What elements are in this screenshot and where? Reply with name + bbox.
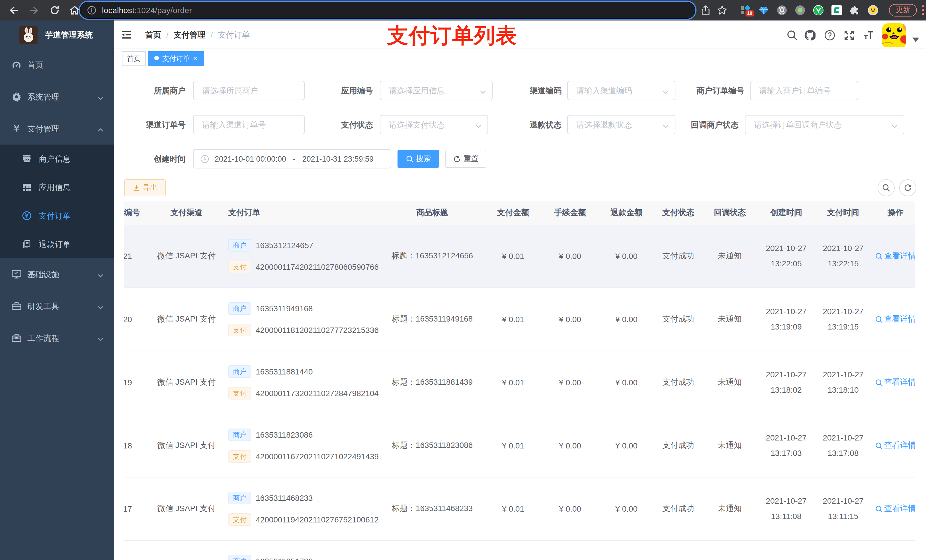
cell-channel: 微信 JSAPI 支付 [150,477,223,540]
cell-refund: ¥ 0.00 [596,225,657,287]
sidebar-item-workflow[interactable]: 工作流程 [0,322,114,354]
cell-id: 19 [124,351,150,414]
channel-order-no-input[interactable] [193,115,305,134]
shop-icon [22,154,31,163]
search-button[interactable]: 搜索 [398,150,439,168]
cell-amount: ¥ 0.01 [482,288,545,350]
col-status: 支付状态 [657,201,699,225]
view-detail-link[interactable]: 查看详情 [875,377,915,388]
col-create-time: 创建时间 [760,201,812,225]
tag-dot [154,56,159,60]
sidebar-item-home[interactable]: 首页 [0,49,114,81]
app-select[interactable] [380,81,493,100]
reset-button[interactable]: 重置 [445,150,486,168]
sidebar-item-app-info[interactable]: 应用信息 [0,173,114,201]
filter-label-notify-status: 回调商户状态 [676,115,738,134]
create-time-range-picker[interactable]: 2021-10-01 00:00:00 - 2021-10-31 23:59:5… [193,149,391,169]
cell-title: 标题：1635311468233 [383,477,482,540]
col-amount: 支付金额 [482,201,545,225]
cell-fee [545,540,596,560]
cell-id [124,540,150,560]
breadcrumb-home[interactable]: 首页 [145,30,161,39]
breadcrumb-group[interactable]: 支付管理 [174,30,206,39]
cell-action [874,540,915,560]
cell-id: 18 [124,414,150,477]
extension-command-icon[interactable] [777,5,787,15]
browser-menu-icon[interactable] [922,5,924,16]
hamburger-icon[interactable] [121,30,132,40]
browser-update-button[interactable]: 更新 [889,4,917,17]
view-detail-link[interactable]: 查看详情 [875,314,915,325]
sidebar-logo[interactable]: 芋道管理系统 [0,21,114,49]
notify-status-select[interactable] [745,115,904,134]
refund-status-select[interactable] [567,115,675,134]
cell-id: 20 [124,288,150,350]
view-detail-link[interactable]: 查看详情 [875,504,915,514]
extension-gem-icon[interactable] [758,5,769,15]
grid-icon [22,183,31,192]
view-detail-link[interactable]: 查看详情 [875,251,915,261]
sidebar-item-pay-order[interactable]: 支付订单 [0,201,114,230]
browser-home-icon[interactable] [69,5,80,16]
view-detail-link[interactable]: 查看详情 [875,441,915,451]
browser-reload-icon[interactable] [49,5,61,16]
cell-pay-time: 2021-10-2713:17:08 [812,414,874,477]
sidebar-item-devtools[interactable]: 研发工具 [0,290,114,322]
url-text: localhost:1024/pay/order [102,6,192,15]
tag-home[interactable]: 首页 [122,51,146,66]
channel-code-select[interactable] [567,81,675,100]
profile-emoji-icon[interactable] [868,5,878,15]
chevron-down-icon [97,272,104,278]
breadcrumb-current: 支付订单 [218,30,250,39]
toggle-search-button[interactable] [878,179,895,196]
extension-blue-diamond-icon[interactable]: 10 [740,5,750,15]
sidebar-item-pay[interactable]: ￥ 支付管理 [0,113,114,145]
sidebar-item-merchant-info[interactable]: 商户信息 [0,145,114,173]
sidebar-item-system[interactable]: 系统管理 [0,81,114,113]
extensions-puzzle-icon[interactable] [850,5,860,15]
url-bar[interactable]: localhost:1024/pay/order [80,2,695,18]
cell-refund: ¥ 0.00 [596,477,657,540]
sidebar-item-infra[interactable]: 基础设施 [0,258,114,290]
merchant-select[interactable] [193,81,305,100]
font-size-icon[interactable] [863,30,874,41]
browser-back-icon[interactable] [8,5,20,16]
cell-pay-time [812,540,874,560]
cell-notify: 未通知 [699,351,760,414]
cell-action: 查看详情 [874,414,915,477]
search-icon[interactable] [787,30,798,41]
tag-close-icon[interactable]: × [193,54,197,62]
extension-green-dot-icon[interactable] [795,5,805,15]
browser-forward-icon[interactable] [29,5,40,16]
cell-fee: ¥ 0.00 [545,477,596,540]
cell-title: 标题：1635311881439 [383,351,482,414]
table-row: 17 微信 JSAPI 支付 商户1635311468233 支付4200001… [124,477,915,540]
share-icon[interactable] [701,5,711,15]
export-button[interactable]: 导出 [124,179,166,196]
merchant-order-no-input[interactable] [750,81,858,100]
chevron-down-icon [97,94,104,100]
cell-title [383,540,482,560]
tag-pay-order[interactable]: 支付订单× [148,51,204,66]
cell-status: 支付成功 [657,414,699,477]
date-start: 2021-10-01 00:00:00 [215,154,286,163]
fullscreen-icon[interactable] [843,30,855,41]
github-icon[interactable] [804,30,816,41]
user-avatar[interactable] [882,23,906,48]
cell-pay-order: 商户1635311881440 支付4200001173202110272847… [223,351,383,414]
col-action: 操作 [874,201,915,225]
bookmark-star-icon[interactable] [717,5,727,15]
site-info-icon[interactable] [87,6,96,15]
sidebar-item-refund-order[interactable]: 退款订单 [0,230,114,258]
refresh-button[interactable] [899,179,916,196]
cell-create-time [760,540,812,560]
help-icon[interactable] [824,30,835,41]
extension-vue-icon[interactable] [813,5,823,15]
pay-status-select[interactable] [380,115,488,134]
extension-flag-icon[interactable] [831,5,842,15]
caret-down-icon[interactable] [912,34,919,39]
cell-refund: ¥ 0.00 [596,351,657,414]
merchant-tag: 商户 [228,365,251,378]
gear-icon [11,92,22,102]
browser-toolbar: localhost:1024/pay/order 10 [0,0,926,21]
